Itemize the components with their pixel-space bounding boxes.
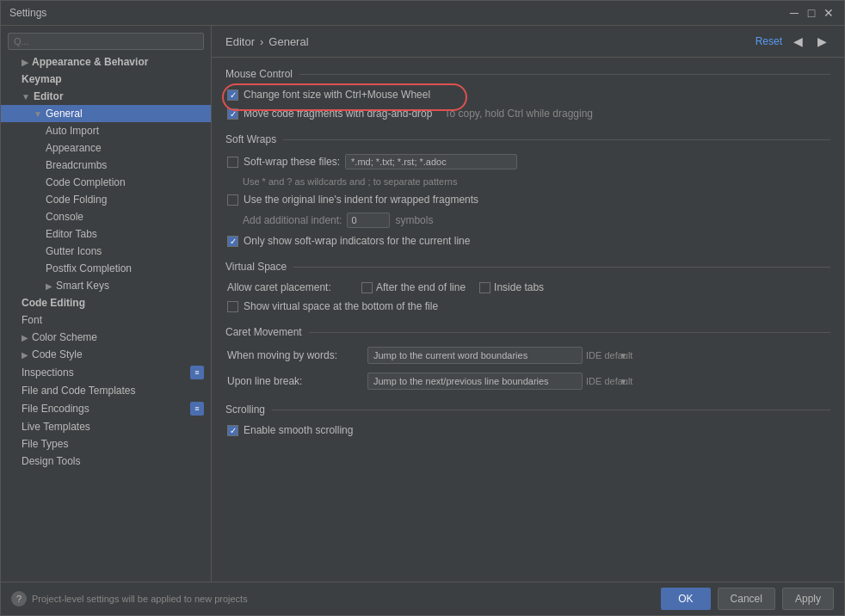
- search-container: [1, 29, 211, 53]
- hint-text-soft-wrap: Use * and ? as wildcards and ; to separa…: [225, 176, 830, 187]
- help-icon[interactable]: ?: [11, 591, 27, 607]
- mouse-control-section: Mouse Control: [225, 68, 830, 120]
- content-header: Editor › General Reset ◀ ▶: [212, 26, 844, 58]
- sidebar-item-appearance-behavior[interactable]: ▶ Appearance & Behavior: [1, 53, 211, 71]
- sidebar-item-smart-keys[interactable]: ▶ Smart Keys: [1, 277, 211, 294]
- footer: ? Project-level settings will be applied…: [1, 582, 844, 615]
- minimize-button[interactable]: ─: [787, 6, 801, 20]
- apply-button[interactable]: Apply: [782, 588, 834, 610]
- forward-button[interactable]: ▶: [813, 33, 830, 50]
- search-input[interactable]: [8, 33, 204, 50]
- section-header-soft-wraps: Soft Wraps: [225, 133, 830, 145]
- section-header-caret-movement: Caret Movement: [225, 326, 830, 338]
- sidebar-item-code-completion[interactable]: Code Completion: [1, 174, 211, 191]
- sidebar-item-code-editing[interactable]: Code Editing: [1, 294, 211, 311]
- sidebar-item-appearance[interactable]: Appearance: [1, 139, 211, 157]
- section-header-scrolling: Scrolling: [225, 403, 830, 416]
- checkbox-soft-wrap-indicators[interactable]: ✓: [227, 236, 238, 247]
- sidebar-item-postfix-completion[interactable]: Postfix Completion: [1, 260, 211, 277]
- caret-row-line-break: Upon line break: Jump to the next/previo…: [225, 373, 830, 390]
- breadcrumb-separator: ›: [260, 35, 263, 48]
- checkbox-after-end[interactable]: [361, 282, 373, 293]
- option-label-show-virtual: Show virtual space at the bottom of the …: [244, 300, 438, 312]
- option-row-move-code: ✓ Move code fragments with drag-and-drop…: [225, 108, 830, 120]
- section-title-scrolling: Scrolling: [225, 403, 265, 416]
- checkbox-original-indent[interactable]: [227, 194, 238, 206]
- sidebar-item-auto-import[interactable]: Auto Import: [1, 122, 211, 139]
- inside-tabs-option: Inside tabs: [479, 281, 544, 293]
- indent-row: Add additional indent: symbols: [225, 213, 830, 228]
- symbols-label: symbols: [395, 214, 433, 226]
- sidebar-item-code-folding[interactable]: Code Folding: [1, 191, 211, 208]
- breadcrumb: Editor › General: [225, 35, 309, 48]
- option-row-soft-wrap-indicators: ✓ Only show soft-wrap indicators for the…: [225, 235, 830, 247]
- window-title: Settings: [9, 7, 46, 19]
- moving-by-words-label: When moving by words:: [227, 349, 361, 361]
- line-break-dropdown[interactable]: Jump to the next/previous line boundarie…: [367, 373, 583, 390]
- checkbox-font-size[interactable]: ✓: [227, 89, 238, 101]
- sidebar-item-file-types[interactable]: File Types: [1, 435, 211, 453]
- sidebar-item-file-code-templates[interactable]: File and Code Templates: [1, 382, 211, 399]
- section-title-virtual-space: Virtual Space: [225, 261, 287, 273]
- checkbox-move-code[interactable]: ✓: [227, 108, 238, 120]
- sidebar-item-breadcrumbs[interactable]: Breadcrumbs: [1, 157, 211, 174]
- option-label-original-indent: Use the original line's indent for wrapp…: [244, 194, 478, 206]
- project-notice: Project-level settings will be applied t…: [32, 594, 248, 604]
- back-button[interactable]: ◀: [789, 33, 806, 50]
- ide-default-label: IDE default: [586, 350, 632, 360]
- cancel-button[interactable]: Cancel: [718, 588, 775, 610]
- main-content: ▶ Appearance & Behavior Keymap ▼ Editor …: [1, 26, 844, 582]
- content-area: Editor › General Reset ◀ ▶ Mouse Control: [212, 26, 844, 582]
- sidebar-item-inspections[interactable]: Inspections ≡: [1, 363, 211, 382]
- settings-dialog: Settings ─ □ ✕ ▶ Appearance & Behavior K…: [0, 0, 845, 616]
- sidebar-item-console[interactable]: Console: [1, 208, 211, 225]
- checkbox-smooth-scroll[interactable]: ✓: [227, 425, 238, 436]
- restore-button[interactable]: □: [805, 6, 818, 20]
- section-header-virtual-space: Virtual Space: [225, 261, 830, 273]
- sidebar-item-design-tools[interactable]: Design Tools: [1, 453, 211, 470]
- checkbox-mark: ✓: [230, 109, 237, 119]
- checkbox-show-virtual[interactable]: [227, 301, 238, 312]
- sidebar-item-code-style[interactable]: ▶ Code Style: [1, 346, 211, 363]
- breadcrumb-current: General: [268, 35, 308, 48]
- ide-default-label: IDE default: [586, 376, 632, 386]
- sidebar-item-live-templates[interactable]: Live Templates: [1, 418, 211, 435]
- sidebar-item-keymap[interactable]: Keymap: [1, 71, 211, 88]
- reset-button[interactable]: Reset: [756, 35, 782, 47]
- option-row-show-virtual: Show virtual space at the bottom of the …: [225, 300, 830, 312]
- option-row-font-size: ✓ Change font size with Ctrl+Mouse Wheel: [225, 89, 830, 101]
- indent-input[interactable]: [347, 213, 390, 228]
- option-label-font-size: Change font size with Ctrl+Mouse Wheel: [244, 89, 430, 101]
- section-divider: [309, 332, 830, 333]
- sub-label-move-code: To copy, hold Ctrl while dragging: [444, 108, 593, 120]
- checkbox-inside-tabs[interactable]: [479, 282, 490, 293]
- sidebar-item-gutter-icons[interactable]: Gutter Icons: [1, 243, 211, 260]
- sidebar-item-editor[interactable]: ▼ Editor: [1, 88, 211, 105]
- sidebar: ▶ Appearance & Behavior Keymap ▼ Editor …: [1, 26, 212, 582]
- sidebar-item-font[interactable]: Font: [1, 311, 211, 329]
- checkbox-soft-wrap[interactable]: [227, 157, 238, 168]
- moving-by-words-dropdown[interactable]: Jump to the current word boundaries: [367, 347, 583, 364]
- expand-icon: ▶: [46, 281, 52, 291]
- option-label-soft-wrap-indicators: Only show soft-wrap indicators for the c…: [244, 235, 470, 247]
- sidebar-item-file-encodings[interactable]: File Encodings ≡: [1, 399, 211, 418]
- close-button[interactable]: ✕: [822, 6, 836, 20]
- sidebar-item-general[interactable]: ▼ General: [1, 105, 211, 122]
- moving-by-words-dropdown-wrapper: Jump to the current word boundaries ▼ ID…: [367, 347, 632, 364]
- section-divider: [299, 74, 830, 75]
- header-actions: Reset ◀ ▶: [756, 33, 830, 50]
- line-break-label: Upon line break:: [227, 375, 361, 387]
- sidebar-item-editor-tabs[interactable]: Editor Tabs: [1, 225, 211, 243]
- virtual-space-section: Virtual Space Allow caret placement: Aft…: [225, 261, 830, 312]
- soft-wraps-section: Soft Wraps Soft-wrap these files: Use * …: [225, 133, 830, 247]
- soft-wrap-input[interactable]: [345, 154, 517, 169]
- expand-icon: ▶: [22, 350, 28, 360]
- add-indent-label: Add additional indent:: [243, 214, 342, 226]
- option-row-original-indent: Use the original line's indent for wrapp…: [225, 194, 830, 206]
- footer-right: OK Cancel Apply: [661, 588, 834, 610]
- sidebar-item-color-scheme[interactable]: ▶ Color Scheme: [1, 329, 211, 346]
- caret-movement-section: Caret Movement When moving by words: Jum…: [225, 326, 830, 390]
- section-divider: [283, 139, 830, 140]
- file-encodings-badge: ≡: [190, 402, 204, 416]
- ok-button[interactable]: OK: [661, 588, 710, 610]
